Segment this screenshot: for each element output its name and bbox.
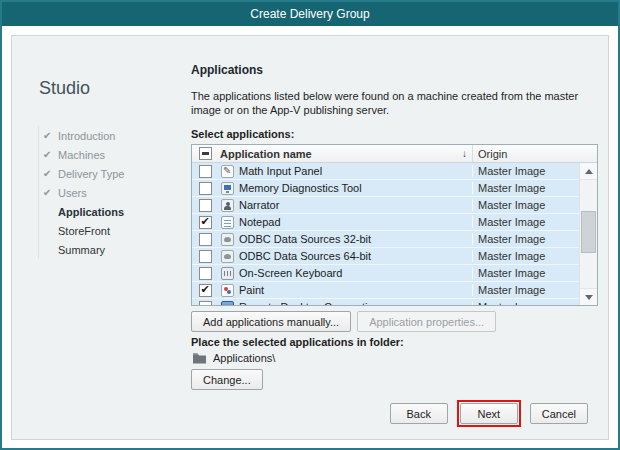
step-label: Delivery Type [58,168,124,180]
folder-icon [192,352,207,364]
step-label: Users [58,187,87,199]
keyboard-icon [221,267,234,280]
indeterminate-mark [202,152,209,155]
sidebar-item-summary[interactable]: Summary [43,240,124,259]
sort-descending-icon: ↓ [462,148,467,159]
remote-desktop-icon [221,301,234,306]
description-text: The applications listed below were found… [191,89,598,117]
check-icon: ✔ [43,149,58,160]
arrow-up-icon [585,169,593,174]
table-row[interactable]: ODBC Data Sources 32-bit Master Image [192,231,597,248]
step-label: Applications [58,206,124,218]
dialog-title: Create Delivery Group [250,7,369,21]
row-checkbox[interactable]: ✔ [199,284,212,297]
row-checkbox[interactable] [199,250,212,263]
footer-buttons: Back Next Cancel [390,400,588,427]
check-icon: ✔ [43,130,58,141]
scrollbar[interactable] [579,163,597,305]
table-row[interactable]: On-Screen Keyboard Master Image [192,265,597,282]
row-checkbox[interactable]: ✔ [199,216,212,229]
wizard-steps: ✔ Introduction ✔ Machines ✔ Delivery Typ… [38,126,124,259]
odbc-icon [221,250,234,263]
app-name: ODBC Data Sources 32-bit [239,233,371,245]
column-header-origin[interactable]: Origin [472,145,597,162]
check-icon: ✔ [43,168,58,179]
change-folder-button[interactable]: Change... [191,369,263,390]
applications-folder-path: Applications\ [213,352,275,364]
select-applications-label: Select applications: [191,128,294,140]
math-input-panel-icon [221,165,234,178]
scroll-down-button[interactable] [580,288,597,305]
step-label: StoreFront [58,225,110,237]
cancel-button[interactable]: Cancel [530,403,588,424]
content-area: Applications The applications listed bel… [191,36,598,439]
memory-diagnostics-icon [221,182,234,195]
select-all-checkbox[interactable] [199,147,212,160]
applications-table: Application name ↓ Origin Math Input Pan… [191,144,598,306]
checkmark: ✔ [200,284,209,295]
column-label: Origin [478,148,507,160]
step-label: Summary [58,244,105,256]
wizard-panel: Studio ✔ Introduction ✔ Machines ✔ Deliv… [11,35,609,440]
row-checkbox[interactable] [199,199,212,212]
application-properties-button: Application properties... [357,311,496,332]
table-row[interactable]: ✔ Paint Master Image [192,282,597,299]
odbc-icon [221,233,234,246]
row-checkbox[interactable] [199,165,212,178]
app-name: Narrator [239,199,279,211]
table-row[interactable]: Math Input Panel Master Image [192,163,597,180]
scroll-up-button[interactable] [580,163,597,180]
studio-logo: Studio [39,78,90,99]
table-row[interactable]: Memory Diagnostics Tool Master Image [192,180,597,197]
table-body: Math Input Panel Master Image Memory Dia… [192,163,597,305]
next-button[interactable]: Next [460,403,518,424]
titlebar: Create Delivery Group [2,2,618,26]
scrollbar-thumb[interactable] [581,211,596,253]
app-name: Memory Diagnostics Tool [239,182,362,194]
folder-section-label: Place the selected applications in folde… [191,336,404,348]
add-applications-manually-button[interactable]: Add applications manually... [191,311,351,332]
next-button-highlight: Next [457,400,521,427]
app-name: Notepad [239,216,281,228]
app-name: Paint [239,284,264,296]
table-row[interactable]: ✔ Notepad Master Image [192,214,597,231]
table-row[interactable]: Narrator Master Image [192,197,597,214]
arrow-down-icon [585,295,593,300]
create-delivery-group-dialog: Create Delivery Group Studio ✔ Introduct… [0,0,620,450]
notepad-icon [221,216,234,229]
column-label: Application name [220,148,312,160]
page-title: Applications [191,63,263,77]
row-checkbox[interactable] [199,301,212,306]
app-name: On-Screen Keyboard [239,267,342,279]
check-icon: ✔ [43,187,58,198]
row-checkbox[interactable] [199,267,212,280]
sidebar-item-machines[interactable]: ✔ Machines [43,145,124,164]
table-row[interactable]: Remote Desktop Connection Master Image [192,299,597,305]
table-row[interactable]: ODBC Data Sources 64-bit Master Image [192,248,597,265]
narrator-icon [221,199,234,212]
row-checkbox[interactable] [199,233,212,246]
step-label: Machines [58,149,105,161]
sidebar-item-introduction[interactable]: ✔ Introduction [43,126,124,145]
checkmark: ✔ [200,216,209,227]
step-label: Introduction [58,130,115,142]
app-name: Remote Desktop Connection [239,301,380,305]
app-name: Math Input Panel [239,165,322,177]
back-button[interactable]: Back [390,403,448,424]
table-header: Application name ↓ Origin [192,145,597,163]
sidebar-item-delivery-type[interactable]: ✔ Delivery Type [43,164,124,183]
column-header-application-name[interactable]: Application name ↓ [218,145,472,162]
row-checkbox[interactable] [199,182,212,195]
sidebar-item-storefront[interactable]: StoreFront [43,221,124,240]
sidebar-item-applications[interactable]: Applications [43,202,124,221]
paint-icon [221,284,234,297]
app-name: ODBC Data Sources 64-bit [239,250,371,262]
sidebar-item-users[interactable]: ✔ Users [43,183,124,202]
